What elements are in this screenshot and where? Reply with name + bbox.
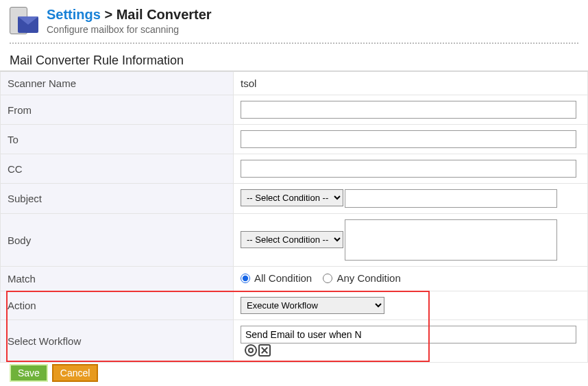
row-subject: Subject -- Select Condition -- — [1, 184, 588, 214]
row-from: From — [1, 95, 588, 125]
match-all-label: All Condition — [254, 272, 312, 284]
row-select-workflow: Select Workflow — [1, 319, 588, 362]
label-body: Body — [1, 214, 234, 267]
label-scanner-name: Scanner Name — [1, 72, 234, 95]
breadcrumb-current: Mail Converter — [117, 7, 212, 22]
row-action: Action Execute Workflow — [1, 291, 588, 319]
row-body: Body -- Select Condition -- — [1, 214, 588, 267]
cc-input[interactable] — [241, 160, 576, 178]
body-value-input[interactable] — [345, 219, 557, 261]
breadcrumb: Settings > Mail Converter — [47, 7, 212, 23]
label-to: To — [1, 125, 234, 154]
label-cc: CC — [1, 154, 234, 184]
from-input[interactable] — [241, 101, 576, 119]
page-subtitle: Configure mailbox for scanning — [47, 24, 212, 35]
cancel-button[interactable]: Cancel — [52, 364, 99, 382]
match-any-label: Any Condition — [336, 272, 400, 284]
to-input[interactable] — [241, 130, 576, 148]
button-bar: Save Cancel — [0, 363, 588, 386]
match-any-radio[interactable] — [323, 274, 332, 283]
label-match: Match — [1, 267, 234, 291]
section-title: Mail Converter Rule Information — [0, 53, 588, 71]
save-button[interactable]: Save — [10, 364, 48, 382]
subject-value-input[interactable] — [345, 189, 557, 208]
page-header: Settings > Mail Converter Configure mail… — [0, 0, 588, 43]
label-action: Action — [1, 291, 234, 319]
label-subject: Subject — [1, 184, 234, 214]
row-match: Match All Condition Any Condition — [1, 267, 588, 291]
value-scanner-name: tsol — [234, 72, 588, 95]
label-from: From — [1, 95, 234, 125]
lookup-icon[interactable] — [245, 344, 257, 357]
match-any-radio-wrap[interactable]: Any Condition — [323, 272, 400, 284]
mail-server-icon — [10, 7, 40, 37]
label-select-workflow: Select Workflow — [1, 319, 234, 362]
action-select[interactable]: Execute Workflow — [241, 297, 384, 314]
breadcrumb-separator: > — [101, 7, 117, 22]
workflow-input[interactable] — [241, 326, 576, 343]
divider-dotted — [10, 43, 578, 44]
form-table: Scanner Name tsol From To CC Subject -- … — [0, 71, 588, 363]
match-all-radio[interactable] — [241, 274, 250, 283]
subject-condition-select[interactable]: -- Select Condition -- — [241, 189, 343, 206]
breadcrumb-settings-link[interactable]: Settings — [47, 7, 101, 22]
row-cc: CC — [1, 154, 588, 184]
row-to: To — [1, 125, 588, 154]
row-scanner-name: Scanner Name tsol — [1, 72, 588, 95]
clear-icon[interactable] — [258, 344, 271, 357]
match-all-radio-wrap[interactable]: All Condition — [241, 272, 312, 284]
body-condition-select[interactable]: -- Select Condition -- — [241, 231, 343, 248]
